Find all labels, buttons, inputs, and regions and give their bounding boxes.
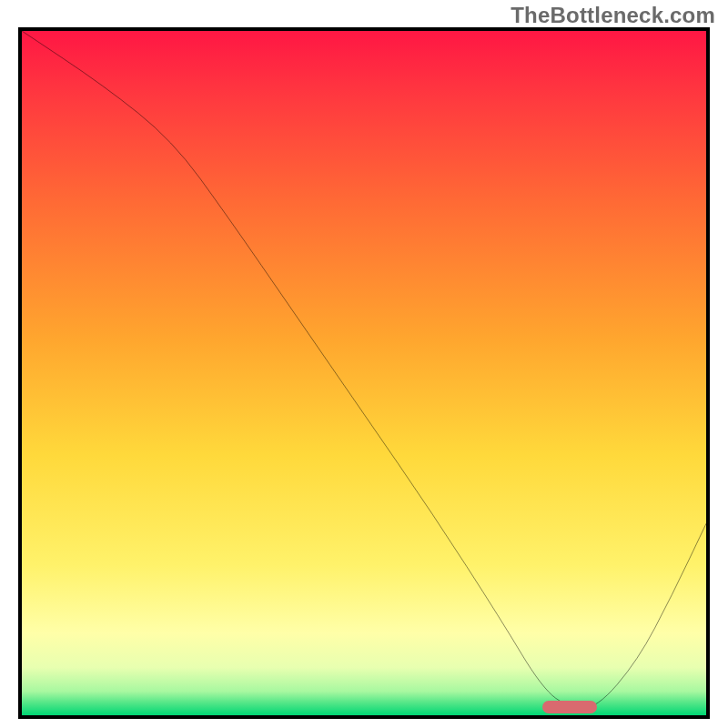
- chart-canvas: TheBottleneck.com: [0, 0, 728, 728]
- watermark-text: TheBottleneck.com: [511, 3, 715, 28]
- bottleneck-curve: [22, 31, 706, 715]
- optimum-zone-marker: [542, 701, 597, 713]
- plot-frame: [18, 27, 710, 719]
